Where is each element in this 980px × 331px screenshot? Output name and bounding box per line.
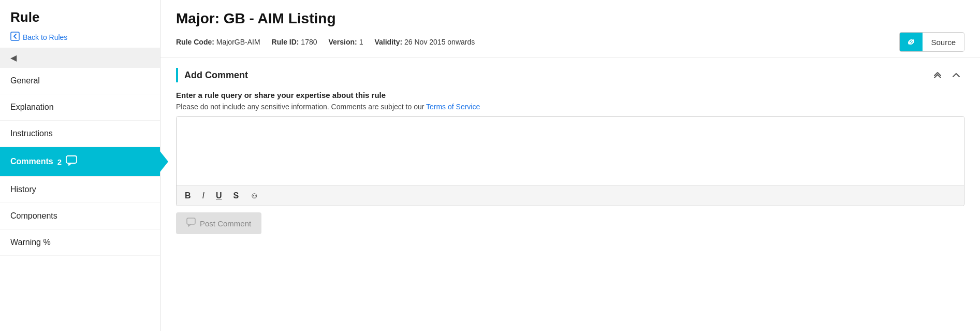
main-content: Major: GB - AIM Listing Rule Code: Major… [160,0,980,331]
back-to-rules-link[interactable]: Back to Rules [0,31,160,48]
terms-of-service-link[interactable]: Terms of Service [426,103,480,111]
strikethrough-button[interactable]: S [231,190,241,202]
sidebar-collapse-button[interactable]: ◀ [10,53,17,63]
source-button-label: Source [923,34,964,51]
rule-code: Rule Code: MajorGB-AIM [176,38,260,46]
rule-meta: Rule Code: MajorGB-AIM Rule ID: 1780 Ver… [176,32,964,52]
rule-version: Version: 1 [329,38,363,46]
sidebar-item-history[interactable]: History [0,177,160,203]
sidebar-item-instructions-label: Instructions [10,129,53,138]
chat-bubble-icon [66,155,77,168]
collapse-icon: ◀ [10,53,17,62]
sidebar-nav: General Explanation Instructions Comment… [0,68,160,331]
section-header-controls [929,68,964,82]
comment-info-text: Please do not include any sensitive info… [176,103,426,111]
rule-id: Rule ID: 1780 [272,38,317,46]
source-button[interactable]: Source [899,32,964,52]
back-to-rules-label: Back to Rules [23,33,67,41]
comment-info: Please do not include any sensitive info… [176,103,964,111]
section-header: Add Comment [176,68,964,82]
rule-code-label: Rule Code: [176,38,214,46]
post-comment-button[interactable]: Post Comment [176,212,261,234]
comment-textarea[interactable] [177,117,964,184]
comments-section: Add Comment Enter a rule query or share … [160,57,980,331]
page-header: Major: GB - AIM Listing Rule Code: Major… [160,0,980,57]
section-title: Add Comment [184,70,248,81]
comments-count-badge: 2 [57,157,62,166]
comment-toolbar: B I U S ☺ [177,185,964,206]
sidebar-item-components[interactable]: Components [0,203,160,229]
version-label: Version: [329,38,357,46]
sidebar-item-explanation-label: Explanation [10,103,54,112]
rule-validity: Validity: 26 Nov 2015 onwards [374,38,475,46]
italic-button[interactable]: I [200,190,207,202]
emoji-button[interactable]: ☺ [248,190,260,202]
svg-rect-1 [66,156,77,163]
collapse-all-button[interactable] [929,68,946,82]
sidebar-item-warning[interactable]: Warning % [0,229,160,256]
sidebar-item-history-label: History [10,185,36,194]
back-arrow-icon [10,32,20,42]
sidebar-item-comments-label: Comments [10,157,53,166]
sidebar-title: Rule [0,0,160,31]
sidebar-item-comments[interactable]: Comments 2 [0,147,160,177]
rule-id-value: 1780 [301,38,317,46]
link-icon [900,33,923,51]
rule-code-value: MajorGB-AIM [216,38,260,46]
comment-prompt: Enter a rule query or share your experti… [176,91,964,99]
validity-label: Validity: [374,38,402,46]
sidebar-item-components-label: Components [10,211,57,221]
sidebar-item-general[interactable]: General [0,68,160,94]
rule-id-label: Rule ID: [272,38,299,46]
svg-rect-2 [187,218,195,224]
post-comment-label: Post Comment [200,219,251,228]
comment-textarea-wrapper: B I U S ☺ [176,116,964,206]
post-comment-icon [186,218,196,229]
page-title: Major: GB - AIM Listing [176,10,964,27]
underline-button[interactable]: U [214,190,224,202]
sidebar: Rule Back to Rules ◀ General Explanation… [0,0,160,331]
sidebar-item-warning-label: Warning % [10,238,51,247]
validity-value: 26 Nov 2015 onwards [404,38,475,46]
bold-button[interactable]: B [183,190,193,202]
version-value: 1 [359,38,363,46]
sidebar-item-explanation[interactable]: Explanation [0,94,160,121]
svg-rect-0 [11,32,19,40]
sidebar-item-instructions[interactable]: Instructions [0,121,160,147]
sidebar-collapse-row: ◀ [0,48,160,68]
sidebar-item-general-label: General [10,76,40,85]
collapse-button[interactable] [948,68,964,82]
